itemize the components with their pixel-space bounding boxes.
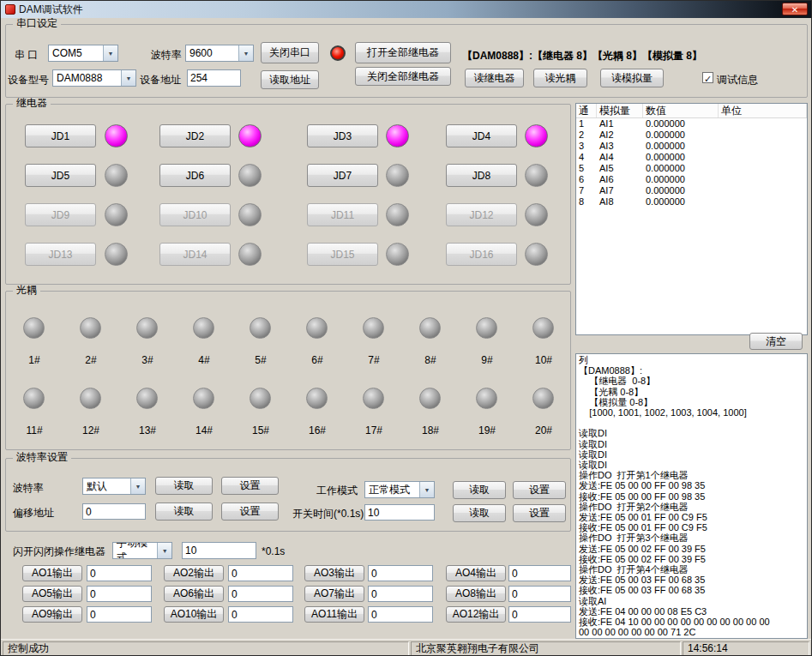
relay-button-jd9[interactable]: JD9 (25, 203, 96, 226)
relay-button-jd1[interactable]: JD1 (25, 124, 96, 147)
ao5-output-button[interactable]: AO5输出 (22, 586, 82, 602)
device-address-input[interactable] (187, 69, 241, 87)
switch-time-set-button[interactable]: 设置 (513, 504, 566, 522)
opto-label-12: 12# (73, 424, 109, 436)
table-row-ai8: 8 AI8 0.000000 (576, 196, 807, 208)
header-channel[interactable]: 通 (576, 104, 597, 117)
relay-indicator-jd5 (105, 164, 128, 187)
relay-button-jd2[interactable]: JD2 (159, 124, 231, 147)
log-line: 发送:FE 05 00 00 FF 00 98 35 (579, 480, 804, 490)
ao8-value-input[interactable] (508, 586, 571, 602)
relay-button-jd15[interactable]: JD15 (307, 243, 378, 266)
ao9-value-input[interactable] (87, 606, 152, 623)
ao2-output-button[interactable]: AO2输出 (164, 565, 224, 581)
read-analog-button[interactable]: 读模拟量 (600, 69, 664, 87)
offset-set-button[interactable]: 设置 (221, 503, 279, 521)
work-mode-read-button[interactable]: 读取 (453, 481, 506, 499)
relay-button-jd16[interactable]: JD16 (446, 243, 517, 266)
ao6-value-input[interactable] (228, 586, 293, 602)
switch-time-input[interactable] (364, 504, 435, 521)
chevron-down-icon[interactable] (157, 543, 171, 558)
ao3-value-input[interactable] (368, 565, 433, 581)
ao7-output-button[interactable]: AO7输出 (304, 586, 364, 602)
relay-button-jd11[interactable]: JD11 (307, 203, 378, 226)
read-relay-button[interactable]: 读继电器 (465, 69, 524, 87)
analog-table-header: 通 模拟量 数值 单位 (576, 104, 807, 118)
read-address-button[interactable]: 读取地址 (261, 70, 319, 89)
ao11-output-button[interactable]: AO11输出 (304, 606, 364, 623)
ao10-output-button[interactable]: AO10输出 (164, 606, 224, 623)
relay-button-jd6[interactable]: JD6 (159, 164, 231, 187)
chevron-down-icon[interactable] (419, 482, 434, 497)
ao12-output-button[interactable]: AO12输出 (446, 606, 506, 623)
read-opto-button[interactable]: 读光耦 (533, 69, 587, 87)
work-mode-select[interactable]: 正常模式 (364, 481, 435, 498)
cell-unit (719, 174, 807, 185)
cell-name: AI5 (597, 163, 643, 174)
ao7-value-input[interactable] (368, 586, 433, 602)
relay-button-jd3[interactable]: JD3 (307, 124, 378, 147)
app-window: DAM调试软件 串口设定 串 口 COM5 波特率 9600 关闭串口 打开全部… (0, 0, 812, 656)
opto-label-4: 4# (186, 354, 222, 366)
ao12-value-input[interactable] (508, 606, 571, 623)
switch-time-read-button[interactable]: 读取 (453, 504, 506, 522)
relay-button-jd13[interactable]: JD13 (25, 243, 96, 266)
log-line: 【光耦 0-8】 (579, 387, 804, 397)
open-all-relays-button[interactable]: 打开全部继电器 (355, 42, 451, 63)
ao4-value-input[interactable] (508, 565, 571, 581)
ao4-output-button[interactable]: AO4输出 (446, 565, 506, 581)
log-line: 发送:FE 05 00 02 FF 00 39 F5 (579, 544, 804, 554)
chevron-down-icon[interactable] (238, 45, 253, 61)
cell-name: AI4 (597, 152, 643, 163)
relay-button-jd12[interactable]: JD12 (446, 203, 517, 226)
chevron-down-icon[interactable] (121, 70, 135, 86)
relay-button-jd8[interactable]: JD8 (446, 164, 517, 187)
close-icon[interactable] (782, 3, 808, 15)
relay-button-jd5[interactable]: JD5 (25, 164, 96, 187)
offset-address-input[interactable] (82, 503, 146, 520)
offset-read-button[interactable]: 读取 (155, 503, 213, 521)
cell-channel: 5 (576, 163, 597, 174)
chevron-down-icon[interactable] (130, 478, 145, 494)
baud-default-select[interactable]: 默认 (82, 478, 146, 495)
relay-button-jd10[interactable]: JD10 (159, 203, 231, 226)
ao2-value-input[interactable] (228, 565, 293, 581)
device-model-select[interactable]: DAM0888 (52, 69, 136, 87)
ao11-value-input[interactable] (368, 606, 433, 623)
ao8-output-button[interactable]: AO8输出 (446, 586, 506, 602)
ao10-value-input[interactable] (228, 606, 293, 623)
flash-mode-select[interactable]: 手动模式 (112, 542, 172, 559)
ao9-output-button[interactable]: AO9输出 (22, 606, 82, 623)
ao1-value-input[interactable] (87, 565, 152, 581)
header-name[interactable]: 模拟量 (597, 104, 643, 117)
header-value[interactable]: 数值 (643, 104, 719, 117)
debug-info-checkbox[interactable] (702, 72, 713, 83)
baud-set-button[interactable]: 设置 (221, 477, 279, 495)
work-mode-set-button[interactable]: 设置 (513, 481, 566, 499)
log-line: 读取DI (579, 460, 804, 470)
ao1-output-button[interactable]: AO1输出 (22, 565, 82, 581)
relay-button-jd4[interactable]: JD4 (446, 124, 517, 147)
ao6-output-button[interactable]: AO6输出 (164, 586, 224, 602)
log-panel[interactable]: 列 【DAM0888】: 【继电器 0-8】 【光耦 0-8】 【模拟量 0-8… (575, 353, 808, 639)
close-port-button[interactable]: 关闭串口 (261, 42, 319, 63)
chevron-down-icon[interactable] (103, 45, 117, 61)
relay-button-jd7[interactable]: JD7 (307, 164, 378, 187)
flash-time-input[interactable] (182, 542, 256, 559)
ao5-value-input[interactable] (87, 586, 152, 602)
baud-label: 波特率 (13, 481, 44, 496)
baud-read-button[interactable]: 读取 (155, 477, 213, 495)
opto-label-2: 2# (73, 354, 109, 366)
opto-group-title: 光耦 (13, 285, 40, 296)
close-all-relays-button[interactable]: 关闭全部继电器 (355, 67, 451, 86)
clear-button[interactable]: 清空 (749, 333, 803, 350)
header-unit[interactable]: 单位 (719, 104, 807, 117)
ao3-output-button[interactable]: AO3输出 (304, 565, 364, 581)
log-line: 发送:FE 05 00 03 FF 00 68 35 (579, 575, 804, 585)
serial-port-select[interactable]: COM5 (48, 45, 118, 62)
device-model-label: 设备型号 (8, 73, 49, 87)
cell-value: 0.000000 (643, 185, 719, 196)
relay-button-jd14[interactable]: JD14 (159, 243, 231, 266)
title-bar: DAM调试软件 (1, 1, 812, 18)
baud-rate-select[interactable]: 9600 (185, 45, 254, 62)
